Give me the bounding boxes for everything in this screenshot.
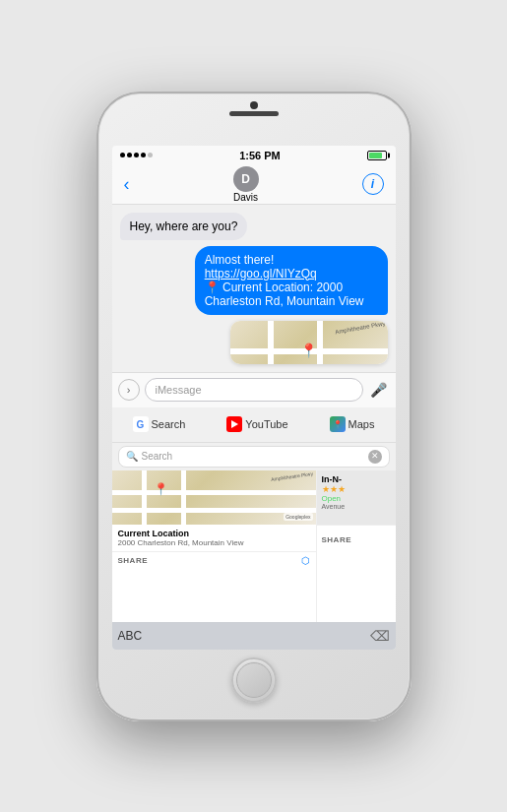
phone-shell: 1:56 PM ‹ D Davis i Hey, where are you? … bbox=[96, 92, 412, 721]
maps-icon: 📍 bbox=[330, 416, 346, 432]
imessage-input[interactable]: iMessage bbox=[145, 378, 363, 402]
message-bubble-right: Almost there!https://goo.gl/NIYzQq📍 Curr… bbox=[195, 246, 388, 315]
contact-header[interactable]: D Davis bbox=[233, 166, 259, 203]
back-button[interactable]: ‹ bbox=[124, 174, 130, 195]
result-googleplex-label: Googleplex bbox=[284, 513, 312, 521]
nav-bar: ‹ D Davis i bbox=[112, 165, 396, 205]
youtube-icon bbox=[226, 416, 242, 432]
side-stars: ★★★ bbox=[322, 484, 346, 494]
youtube-app-label: YouTube bbox=[245, 418, 287, 430]
map-road bbox=[268, 321, 274, 364]
info-button[interactable]: i bbox=[362, 173, 384, 195]
map-pin: 📍 bbox=[300, 343, 317, 358]
status-time: 1:56 PM bbox=[239, 150, 281, 161]
result-card-side[interactable]: In-N- ★★★ Open Avenue SHARE bbox=[317, 470, 396, 622]
results-area: 📍 Amphitheatre Pkwy Googleplex Current L… bbox=[112, 470, 396, 622]
google-icon: G bbox=[133, 416, 149, 432]
share-label[interactable]: SHARE bbox=[118, 556, 149, 565]
status-bar: 1:56 PM bbox=[112, 146, 396, 165]
mic-button[interactable]: 🎤 bbox=[368, 379, 390, 401]
map-road bbox=[142, 470, 147, 525]
result-title: Current Location bbox=[118, 529, 310, 538]
side-card-header: In-N- ★★★ Open Avenue bbox=[317, 470, 396, 525]
result-amphitheatre-label: Amphitheatre Pkwy bbox=[271, 470, 313, 482]
app-switcher: G Search YouTube 📍 Maps bbox=[112, 407, 396, 443]
map-label-amphitheatre: Amphitheatre Pkwy bbox=[335, 321, 386, 335]
speaker-bar bbox=[229, 111, 279, 116]
side-status: Open bbox=[322, 494, 342, 503]
camera bbox=[250, 101, 258, 109]
backspace-button[interactable]: ⌫ bbox=[370, 628, 390, 644]
side-name: In-N- bbox=[322, 474, 343, 484]
avatar: D bbox=[233, 166, 259, 192]
result-pin: 📍 bbox=[154, 482, 168, 496]
home-button-inner bbox=[236, 662, 272, 698]
search-app-label: Search bbox=[152, 418, 186, 430]
result-map-image: 📍 Amphitheatre Pkwy Googleplex bbox=[112, 470, 316, 525]
maps-app-button[interactable]: 📍 Maps bbox=[330, 416, 375, 432]
search-placeholder-text: Search bbox=[142, 451, 173, 462]
messages-area: Hey, where are you? Almost there!https:/… bbox=[112, 205, 396, 372]
keyboard-abc-row: ABC ⌫ bbox=[112, 622, 396, 650]
search-field[interactable]: 🔍 Search ✕ bbox=[118, 446, 390, 468]
input-placeholder: iMessage bbox=[156, 384, 202, 396]
message-text: Almost there!https://goo.gl/NIYzQq📍 Curr… bbox=[205, 253, 364, 308]
message-text: Hey, where are you? bbox=[130, 219, 238, 233]
home-button[interactable] bbox=[231, 657, 277, 703]
play-icon bbox=[231, 420, 238, 428]
keyboard-search-row: 🔍 Search ✕ bbox=[112, 443, 396, 470]
map-road bbox=[181, 470, 186, 525]
youtube-app-button[interactable]: YouTube bbox=[226, 416, 287, 432]
abc-label: ABC bbox=[118, 629, 143, 643]
message-link[interactable]: https://goo.gl/NIYzQq bbox=[205, 267, 317, 281]
clear-button[interactable]: ✕ bbox=[368, 450, 382, 464]
map-image: 📍 Amphitheatre Pkwy Googleplex bbox=[230, 321, 388, 364]
result-subtitle: 2000 Charleston Rd, Mountain View bbox=[118, 538, 310, 547]
search-icon: 🔍 bbox=[126, 451, 138, 462]
expand-button[interactable]: › bbox=[118, 379, 140, 401]
screen: 1:56 PM ‹ D Davis i Hey, where are you? … bbox=[112, 146, 396, 650]
map-road bbox=[317, 321, 323, 364]
battery-fill bbox=[369, 153, 382, 158]
map-card[interactable]: 📍 Amphitheatre Pkwy Googleplex Current L… bbox=[230, 321, 388, 364]
maps-app-label: Maps bbox=[349, 418, 375, 430]
input-row: › iMessage 🎤 bbox=[112, 372, 396, 407]
battery-icon bbox=[367, 151, 387, 160]
search-app-button[interactable]: G Search bbox=[133, 416, 186, 432]
signal-strength bbox=[120, 153, 153, 157]
result-info: Current Location 2000 Charleston Rd, Mou… bbox=[112, 525, 316, 551]
side-actions: SHARE bbox=[317, 525, 396, 549]
share-icon[interactable]: ⬡ bbox=[301, 555, 310, 566]
result-card-main[interactable]: 📍 Amphitheatre Pkwy Googleplex Current L… bbox=[112, 470, 317, 622]
side-address: Avenue bbox=[322, 503, 346, 510]
contact-name: Davis bbox=[233, 192, 258, 203]
result-actions: SHARE ⬡ bbox=[112, 551, 316, 569]
status-right bbox=[367, 151, 387, 160]
side-share-label[interactable]: SHARE bbox=[322, 535, 352, 544]
status-left bbox=[120, 153, 153, 157]
message-bubble-left: Hey, where are you? bbox=[120, 213, 248, 240]
